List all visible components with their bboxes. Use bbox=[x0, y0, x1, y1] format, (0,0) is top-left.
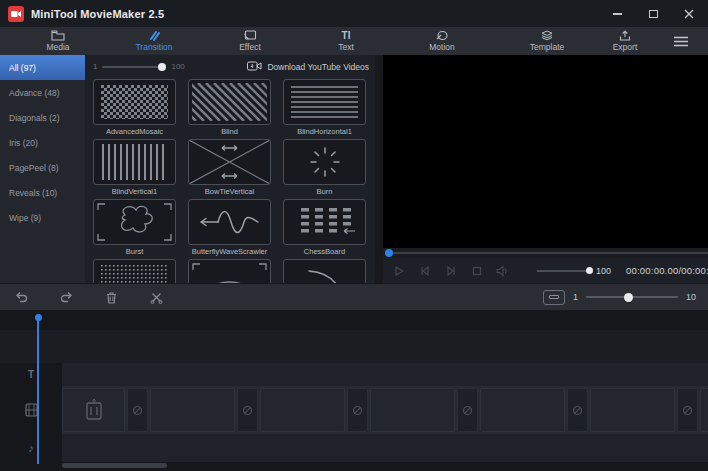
maximize-button[interactable] bbox=[646, 7, 660, 21]
clip-slot[interactable] bbox=[260, 388, 345, 432]
transition-thumb-curve-brackets bbox=[188, 259, 271, 283]
tab-export[interactable]: Export bbox=[586, 30, 664, 52]
clip-slot[interactable] bbox=[590, 388, 675, 432]
tab-transition[interactable]: Transition bbox=[106, 30, 202, 52]
audio-track[interactable]: ♪ bbox=[0, 434, 708, 462]
transition-card-row4-c[interactable] bbox=[283, 259, 366, 283]
transition-slot[interactable] bbox=[127, 388, 148, 432]
export-icon bbox=[618, 30, 632, 41]
timeline-zoom-max: 10 bbox=[686, 292, 696, 302]
volume-button[interactable] bbox=[495, 263, 510, 278]
tab-motion[interactable]: Motion bbox=[394, 30, 490, 52]
tab-effect[interactable]: Effect bbox=[202, 30, 298, 52]
sidebar-item-diagonals[interactable]: Diagonals (2) bbox=[0, 105, 85, 130]
sidebar-item-iris[interactable]: Iris (20) bbox=[0, 130, 85, 155]
tab-label: Effect bbox=[239, 42, 261, 52]
seekbar-handle[interactable] bbox=[385, 249, 393, 257]
tab-label: Media bbox=[46, 42, 69, 52]
timeline-zoom-track[interactable] bbox=[586, 296, 678, 298]
clip-slot[interactable] bbox=[370, 388, 455, 432]
transition-card-row4-b[interactable] bbox=[188, 259, 271, 283]
add-clip-slot[interactable] bbox=[62, 388, 125, 432]
transition-card-butterflywave[interactable]: ButterflyWaveScrawler bbox=[188, 199, 271, 258]
app-window: MiniTool MovieMaker 2.5 Media Transition bbox=[0, 0, 708, 471]
previous-frame-button[interactable] bbox=[417, 263, 432, 278]
play-button[interactable] bbox=[391, 263, 406, 278]
timeline[interactable]: T bbox=[0, 310, 708, 470]
timeline-zoom-controls: 1 10 bbox=[543, 290, 696, 305]
transition-slot[interactable] bbox=[347, 388, 368, 432]
transition-thumb-wave-arrow bbox=[188, 199, 271, 245]
app-logo-icon bbox=[8, 6, 24, 22]
preview-zoom-value: 100 bbox=[596, 266, 611, 276]
transition-card-chessboard[interactable]: ChessBoard bbox=[283, 199, 366, 258]
clip-slot[interactable] bbox=[150, 388, 235, 432]
seekbar-track[interactable] bbox=[393, 252, 708, 254]
transition-slot[interactable] bbox=[567, 388, 588, 432]
slider-handle[interactable] bbox=[158, 63, 166, 71]
sidebar-item-wipe[interactable]: Wipe (9) bbox=[0, 205, 85, 230]
tab-label: Text bbox=[338, 42, 354, 52]
template-layers-icon bbox=[540, 30, 554, 41]
timeline-empty-area bbox=[0, 330, 708, 363]
playhead[interactable] bbox=[37, 314, 39, 464]
transition-card-burst[interactable]: Burst bbox=[93, 199, 176, 258]
split-scissors-button[interactable] bbox=[147, 288, 165, 306]
titlebar: MiniTool MovieMaker 2.5 bbox=[0, 0, 708, 27]
tab-text[interactable]: TI Text bbox=[298, 30, 394, 52]
delete-button[interactable] bbox=[102, 288, 120, 306]
preview-zoom-slider[interactable]: 100 bbox=[537, 266, 611, 276]
playback-controls: 100 00:00:00.00/00:00:00.00 bbox=[383, 258, 708, 283]
video-track-icon bbox=[0, 386, 62, 434]
window-controls bbox=[610, 7, 700, 21]
next-frame-button[interactable] bbox=[443, 263, 458, 278]
zoom-to-fit-button[interactable] bbox=[543, 290, 565, 305]
download-youtube-button[interactable]: Download YouTube Videos bbox=[247, 61, 369, 73]
transition-card-advancedmosaic[interactable]: AdvancedMosaic bbox=[93, 79, 176, 138]
tab-label: Transition bbox=[135, 42, 172, 52]
tab-template[interactable]: Template bbox=[508, 30, 586, 52]
add-media-icon bbox=[85, 399, 103, 421]
text-track[interactable]: T bbox=[0, 363, 708, 386]
transition-card-blind[interactable]: Blind bbox=[188, 79, 271, 138]
slider-track[interactable] bbox=[102, 66, 166, 68]
transitions-panel: 1 100 Download YouTube Videos bbox=[85, 55, 375, 283]
transition-card-burn[interactable]: Burn bbox=[283, 139, 366, 198]
video-track-content bbox=[62, 386, 708, 434]
transition-slot[interactable] bbox=[457, 388, 478, 432]
sidebar-item-pagepeel[interactable]: PagePeel (8) bbox=[0, 155, 85, 180]
transition-duration-slider[interactable]: 1 100 bbox=[93, 62, 185, 71]
tab-media[interactable]: Media bbox=[10, 30, 106, 52]
transition-card-row4-a[interactable] bbox=[93, 259, 176, 283]
video-track[interactable] bbox=[0, 386, 708, 434]
media-folder-icon bbox=[51, 30, 65, 41]
main-toolbar: Media Transition Effect TI Text Motion bbox=[0, 27, 708, 55]
hamburger-menu-button[interactable] bbox=[664, 36, 698, 47]
transition-slot[interactable] bbox=[237, 388, 258, 432]
main-area: All (97) Advance (48) Diagonals (2) Iris… bbox=[0, 55, 708, 283]
minimize-button[interactable] bbox=[610, 7, 624, 21]
clip-slot[interactable] bbox=[480, 388, 565, 432]
transition-card-bowtievertical[interactable]: BowTieVertical bbox=[188, 139, 271, 198]
preview-zoom-handle[interactable] bbox=[586, 267, 593, 274]
close-button[interactable] bbox=[682, 7, 696, 21]
sidebar-item-reveals[interactable]: Reveals (10) bbox=[0, 180, 85, 205]
video-preview-screen[interactable] bbox=[383, 55, 708, 248]
stop-button[interactable] bbox=[469, 263, 484, 278]
transition-category-sidebar: All (97) Advance (48) Diagonals (2) Iris… bbox=[0, 55, 85, 283]
sidebar-item-all[interactable]: All (97) bbox=[0, 55, 85, 80]
timeline-ruler[interactable] bbox=[0, 310, 708, 330]
undo-button[interactable] bbox=[12, 288, 30, 306]
transition-thumb-curved-arrow bbox=[283, 259, 366, 283]
sidebar-item-advance[interactable]: Advance (48) bbox=[0, 80, 85, 105]
transition-card-blindvertical[interactable]: BlindVertical1 bbox=[93, 139, 176, 198]
transition-card-blindhorizontal[interactable]: BlindHorizontal1 bbox=[283, 79, 366, 138]
redo-button[interactable] bbox=[57, 288, 75, 306]
preview-zoom-track[interactable] bbox=[537, 270, 591, 272]
clip-slot[interactable] bbox=[700, 388, 708, 432]
timeline-horizontal-scrollbar[interactable] bbox=[62, 463, 167, 468]
transition-slot[interactable] bbox=[677, 388, 698, 432]
preview-seekbar[interactable] bbox=[383, 248, 708, 258]
timeline-zoom-handle[interactable] bbox=[624, 293, 633, 302]
transitions-grid: AdvancedMosaic Blind bbox=[85, 78, 375, 283]
